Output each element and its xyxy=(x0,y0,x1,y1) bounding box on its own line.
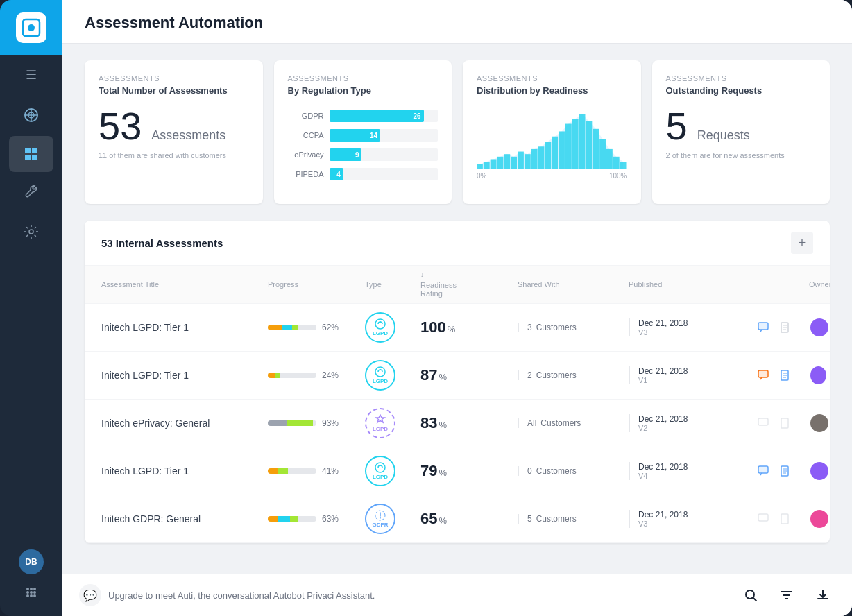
chat-bubble: 💬 Upgrade to meet Auti, the conversation… xyxy=(79,584,375,606)
col-actions xyxy=(753,271,809,298)
svg-rect-58 xyxy=(781,514,788,524)
pub-date: Dec 21, 2018 xyxy=(638,462,753,472)
stat-label-regulation: Assessments xyxy=(288,74,438,83)
progress-segment xyxy=(278,468,288,474)
svg-point-11 xyxy=(26,588,29,590)
chat-action-btn[interactable] xyxy=(753,318,773,337)
col-progress: Progress xyxy=(268,271,365,298)
assessment-name: Initech LGPD: Tier 1 xyxy=(101,370,268,381)
readiness-value: 100 xyxy=(420,318,446,336)
readiness-cell: 87 % xyxy=(420,366,518,384)
readiness-cell: 65 % xyxy=(420,510,518,528)
export-icon-btn[interactable] xyxy=(810,583,835,608)
dot-grid-icon[interactable] xyxy=(19,580,44,605)
col-owners: Owners xyxy=(809,271,830,298)
bar-track: 26 xyxy=(330,110,438,122)
menu-toggle[interactable]: ☰ xyxy=(0,58,62,92)
bottom-bar: 💬 Upgrade to meet Auti, the conversation… xyxy=(62,574,852,616)
published-cell: Dec 21, 2018 V3 xyxy=(629,318,753,336)
table-row: Initech LGPD: Tier 1 62% LGPD 100 % 3 Cu… xyxy=(85,304,830,352)
filter-icon-btn[interactable] xyxy=(774,583,799,608)
type-cell: LGPD xyxy=(365,360,420,391)
owner-avatar xyxy=(809,365,828,386)
shared-count: All xyxy=(527,418,536,428)
svg-rect-26 xyxy=(518,152,524,169)
bar-row: CCPA 14 xyxy=(288,129,438,142)
file-action-btn[interactable] xyxy=(776,461,795,481)
bar-track: 4 xyxy=(330,168,438,180)
svg-rect-48 xyxy=(758,370,768,377)
svg-rect-21 xyxy=(484,162,490,169)
owners-cell: ⋮ xyxy=(809,508,830,529)
assessment-name: Initech LGPD: Tier 1 xyxy=(101,465,268,477)
bar-value: 26 xyxy=(414,112,421,120)
svg-rect-39 xyxy=(606,149,613,169)
svg-rect-50 xyxy=(758,418,768,425)
sidebar-item-privacy[interactable] xyxy=(9,97,53,133)
progress-bar-wrapper: 24% xyxy=(268,370,365,380)
owner-avatar xyxy=(809,317,830,338)
file-action-btn[interactable] xyxy=(776,366,795,385)
type-badge: LGPD xyxy=(365,456,395,486)
owner-avatar xyxy=(809,508,830,529)
pub-version: V3 xyxy=(638,328,753,336)
progress-remaining xyxy=(298,516,316,522)
svg-rect-8 xyxy=(25,155,31,160)
chat-action-btn[interactable] xyxy=(753,366,773,385)
pub-version: V1 xyxy=(638,376,753,384)
progress-pct: 24% xyxy=(322,370,339,380)
shared-cell: 5 Customers xyxy=(518,514,629,524)
user-avatar[interactable]: DB xyxy=(19,549,44,574)
shared-label: Customers xyxy=(536,466,577,476)
readiness-cell: 83 % xyxy=(420,414,518,432)
bar-value: 4 xyxy=(336,171,341,178)
svg-rect-24 xyxy=(504,154,510,169)
stat-label-distribution: Assessments xyxy=(477,74,627,83)
table-header: 53 Internal Assessments + xyxy=(85,221,830,266)
sidebar-item-tools[interactable] xyxy=(9,175,53,211)
progress-segment xyxy=(292,325,298,330)
stat-card-distribution: Assessments Distribution by Readiness 0%… xyxy=(463,60,641,204)
svg-rect-38 xyxy=(599,139,606,169)
svg-rect-34 xyxy=(572,119,579,169)
published-cell: Dec 21, 2018 V1 xyxy=(629,366,753,384)
main-content: Assessment Automation Assessments Total … xyxy=(62,0,852,616)
actions-cell xyxy=(753,413,809,433)
sidebar-item-dashboard[interactable] xyxy=(9,136,53,172)
sidebar-bottom: DB xyxy=(19,549,44,616)
svg-point-14 xyxy=(26,591,29,594)
chat-action-btn[interactable] xyxy=(753,461,773,481)
page-title: Assessment Automation xyxy=(85,14,830,32)
chat-placeholder xyxy=(753,413,773,433)
progress-remaining xyxy=(298,325,316,330)
bar-fill: 9 xyxy=(330,148,362,161)
type-badge: GDPR xyxy=(365,504,395,534)
bar-value: 14 xyxy=(370,132,377,139)
file-action-btn[interactable] xyxy=(776,318,795,337)
assessments-table: 53 Internal Assessments + Assessment Tit… xyxy=(85,221,830,543)
chat-message: Upgrade to meet Auti, the conversational… xyxy=(108,590,375,601)
svg-point-47 xyxy=(380,369,381,370)
readiness-unit: % xyxy=(438,420,447,430)
search-icon-btn[interactable] xyxy=(738,583,763,608)
progress-remaining xyxy=(288,468,316,474)
progress-track xyxy=(268,516,316,522)
sidebar-nav xyxy=(9,92,53,549)
progress-segments xyxy=(268,373,316,378)
file-placeholder xyxy=(776,509,795,529)
svg-rect-31 xyxy=(552,137,558,169)
readiness-unit: % xyxy=(438,372,447,382)
pub-date: Dec 21, 2018 xyxy=(638,414,753,424)
progress-remaining xyxy=(313,420,316,426)
svg-rect-37 xyxy=(593,129,599,169)
stat-label-outstanding: Assessments xyxy=(666,74,817,83)
table-row: Initech LGPD: Tier 1 24% LGPD 87 % 2 Cus… xyxy=(85,352,830,400)
shared-label: Customers xyxy=(536,514,577,524)
type-badge: LGPD xyxy=(365,360,395,391)
sidebar-item-settings[interactable] xyxy=(9,214,53,250)
progress-bar-wrapper: 63% xyxy=(268,514,365,524)
total-unit: Assessments xyxy=(151,128,225,143)
type-label: LGPD xyxy=(373,378,388,384)
add-button[interactable]: + xyxy=(791,232,813,254)
svg-rect-40 xyxy=(613,157,620,169)
